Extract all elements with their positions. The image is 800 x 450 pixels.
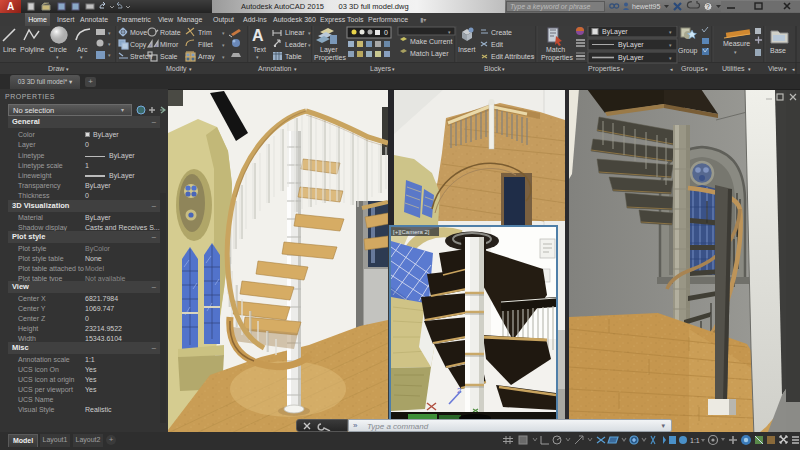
svg-text:Insert: Insert <box>458 46 476 53</box>
svg-text:▾: ▾ <box>294 66 297 72</box>
svg-text:▾: ▾ <box>189 66 192 72</box>
svg-text:View: View <box>768 65 784 72</box>
svg-text:▾: ▾ <box>705 66 708 72</box>
svg-text:▾: ▾ <box>392 66 395 72</box>
svg-text:Stretch: Stretch <box>130 53 152 60</box>
svg-text:Block: Block <box>484 65 502 72</box>
svg-text:Utilities: Utilities <box>722 65 745 72</box>
svg-text:◂: ◂ <box>792 66 795 72</box>
svg-text:Annotation: Annotation <box>258 65 292 72</box>
svg-text:Table: Table <box>285 53 302 60</box>
svg-text:?: ? <box>706 3 710 10</box>
svg-text:▾: ▾ <box>56 54 59 60</box>
svg-text:Layer: Layer <box>320 46 338 54</box>
svg-text:1:1: 1:1 <box>690 437 700 444</box>
svg-text:▾: ▾ <box>532 54 535 60</box>
svg-text:Edit: Edit <box>491 41 503 48</box>
svg-text:▾: ▾ <box>66 66 69 72</box>
svg-text:Match: Match <box>546 46 565 53</box>
svg-text:Scale: Scale <box>160 53 178 60</box>
svg-text:▾: ▾ <box>222 54 225 60</box>
svg-text:▾: ▾ <box>748 66 751 72</box>
svg-text:Group: Group <box>678 47 698 55</box>
svg-text:A: A <box>252 27 264 44</box>
svg-text:Copy: Copy <box>130 41 147 49</box>
svg-text:Array: Array <box>198 53 215 61</box>
svg-text:▾: ▾ <box>108 52 111 58</box>
svg-text:Text: Text <box>253 46 266 53</box>
svg-text:Properties: Properties <box>314 54 346 62</box>
svg-text:Linear: Linear <box>285 29 305 36</box>
svg-text:Arc: Arc <box>77 46 88 53</box>
svg-text:Line: Line <box>3 46 16 53</box>
svg-text:ByLayer: ByLayer <box>618 41 644 49</box>
svg-text:Leader: Leader <box>285 41 307 48</box>
svg-text:▾: ▾ <box>222 42 225 48</box>
svg-text:Groups: Groups <box>681 65 704 73</box>
svg-text:Match Layer: Match Layer <box>410 50 449 58</box>
svg-text:0: 0 <box>384 29 388 36</box>
svg-text:Circle: Circle <box>49 46 67 53</box>
svg-text:Move: Move <box>130 29 147 36</box>
svg-text:Layers: Layers <box>370 65 392 73</box>
svg-text:ByLayer: ByLayer <box>602 28 628 36</box>
svg-text:▾: ▾ <box>621 66 624 72</box>
svg-text:Make Current: Make Current <box>410 38 452 45</box>
svg-text:▾: ▾ <box>256 54 259 60</box>
svg-text:hewett95: hewett95 <box>632 3 661 10</box>
svg-text:▾: ▾ <box>734 49 737 55</box>
svg-text:Mirror: Mirror <box>160 41 179 48</box>
svg-text:▾: ▾ <box>80 54 83 60</box>
svg-text:Base: Base <box>770 47 786 54</box>
svg-text:Draw: Draw <box>48 65 65 72</box>
svg-text:▾: ▾ <box>784 66 787 72</box>
svg-text:◂: ◂ <box>670 66 673 72</box>
svg-text:ByLayer: ByLayer <box>618 54 644 62</box>
svg-text:▾: ▾ <box>308 42 311 48</box>
svg-text:▾: ▾ <box>222 30 225 36</box>
svg-text:Create: Create <box>491 29 512 36</box>
svg-text:Measure: Measure <box>723 40 750 47</box>
svg-text:▾: ▾ <box>108 30 111 36</box>
svg-text:▾: ▾ <box>308 30 311 36</box>
svg-text:Trim: Trim <box>198 29 212 36</box>
svg-text:Edit Attributes: Edit Attributes <box>491 53 535 60</box>
svg-text:Properties: Properties <box>541 54 573 62</box>
svg-text:Polyline: Polyline <box>20 46 45 54</box>
svg-text:Properties: Properties <box>588 65 620 73</box>
svg-text:Modify: Modify <box>166 65 187 73</box>
svg-text:Rotate: Rotate <box>160 29 181 36</box>
svg-text:▾: ▾ <box>108 41 111 47</box>
svg-text:Fillet: Fillet <box>198 41 213 48</box>
svg-text:[+][Camera 2]: [+][Camera 2] <box>393 229 430 235</box>
svg-text:▾: ▾ <box>502 66 505 72</box>
